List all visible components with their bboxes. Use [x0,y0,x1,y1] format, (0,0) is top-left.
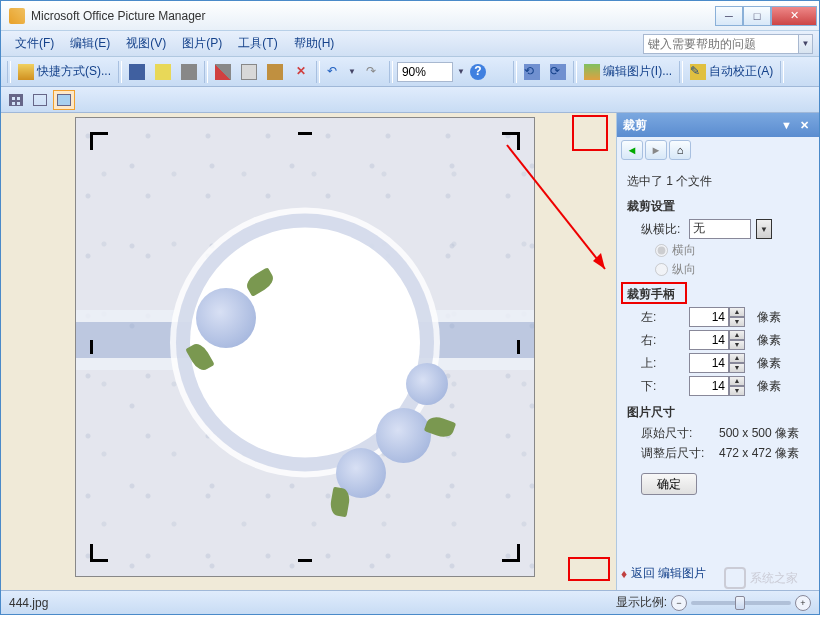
image-preview [75,117,535,577]
zoom-input[interactable] [397,62,453,82]
crop-handle-top-left[interactable] [90,132,108,150]
cut-icon [215,64,231,80]
zoom-in-icon[interactable]: + [795,595,811,611]
left-spin-down[interactable]: ▼ [729,317,745,327]
zoom-out-icon[interactable]: − [671,595,687,611]
help-dropdown-icon[interactable]: ▼ [799,34,813,54]
new-size-value: 472 x 472 像素 [719,445,799,462]
titlebar: Microsoft Office Picture Manager ─ □ ✕ [1,1,819,31]
menu-view[interactable]: 视图(V) [118,32,174,55]
rotate-right-icon: ⟳ [550,64,566,80]
auto-fix-icon: ✎ [690,64,706,80]
bottom-input[interactable] [689,376,729,396]
help-search-input[interactable] [643,34,799,54]
bottom-spin-up[interactable]: ▲ [729,376,745,386]
close-button[interactable]: ✕ [771,6,817,26]
print-button[interactable] [177,61,201,83]
crop-handle-left[interactable] [90,340,93,354]
bottom-label: 下: [641,378,683,395]
single-view-button[interactable] [53,90,75,110]
maximize-button[interactable]: □ [743,6,771,26]
menu-edit[interactable]: 编辑(E) [62,32,118,55]
menu-tools[interactable]: 工具(T) [230,32,285,55]
nav-back-button[interactable]: ◄ [621,140,643,160]
zoom-slider-thumb[interactable] [735,596,745,610]
new-size-label: 调整后尺寸: [641,445,713,462]
left-spin-up[interactable]: ▲ [729,307,745,317]
minimize-button[interactable]: ─ [715,6,743,26]
shortcut-button[interactable]: 快捷方式(S)... [14,61,115,83]
right-label: 右: [641,332,683,349]
back-link[interactable]: ♦ 返回 编辑图片 [617,557,819,590]
rotate-left-icon: ⟲ [524,64,540,80]
aspect-ratio-select[interactable]: 无 [689,219,751,239]
paste-icon [267,64,283,80]
menu-file[interactable]: 文件(F) [7,32,62,55]
app-icon [9,8,25,24]
panel-dropdown-icon[interactable]: ▼ [777,119,796,131]
undo-icon: ↶ [327,64,343,80]
menubar: 文件(F) 编辑(E) 视图(V) 图片(P) 工具(T) 帮助(H) ▼ [1,31,819,57]
menu-picture[interactable]: 图片(P) [174,32,230,55]
copy-button[interactable] [237,61,261,83]
left-label: 左: [641,309,683,326]
nav-home-button[interactable]: ⌂ [669,140,691,160]
right-spin-down[interactable]: ▼ [729,340,745,350]
filmstrip-view-button[interactable] [29,90,51,110]
auto-fix-button[interactable]: ✎自动校正(A) [686,61,777,83]
print-icon [181,64,197,80]
selected-count: 选中了 1 个文件 [627,173,809,190]
crop-handle-bottom[interactable] [298,559,312,562]
delete-icon: ✕ [293,64,309,80]
canvas-area[interactable] [1,113,617,590]
redo-button[interactable]: ↷ [362,61,386,83]
paste-button[interactable] [263,61,287,83]
ok-button[interactable]: 确定 [641,473,697,495]
orig-size-value: 500 x 500 像素 [719,425,799,442]
edit-picture-button[interactable]: 编辑图片(I)... [580,61,676,83]
zoom-dropdown-icon[interactable]: ▼ [457,67,465,76]
crop-handle-right[interactable] [517,340,520,354]
top-spin-up[interactable]: ▲ [729,353,745,363]
rotate-right-button[interactable]: ⟳ [546,61,570,83]
zoom-control: 显示比例: − + [616,594,811,611]
shortcut-icon [18,64,34,80]
zoom-slider[interactable] [691,601,791,605]
crop-handle-top-right[interactable] [502,132,520,150]
annotation-box-bottom [568,557,610,581]
aspect-dropdown-icon[interactable]: ▼ [756,219,772,239]
crop-handles-label: 裁剪手柄 [627,287,675,301]
left-input[interactable] [689,307,729,327]
crop-handle-bottom-left[interactable] [90,544,108,562]
mail-button[interactable] [151,61,175,83]
landscape-radio[interactable]: 横向 [655,242,809,259]
right-input[interactable] [689,330,729,350]
panel-close-icon[interactable]: ✕ [796,119,813,132]
statusbar: 444.jpg 显示比例: − + [1,590,819,614]
filmstrip-view-icon [33,94,47,106]
save-button[interactable] [125,61,149,83]
crop-handle-bottom-right[interactable] [502,544,520,562]
nav-forward-button[interactable]: ► [645,140,667,160]
help-button[interactable]: ? [466,61,490,83]
main-area: 裁剪 ▼ ✕ ◄ ► ⌂ 选中了 1 个文件 裁剪设置 纵横比: 无 ▼ 横向 … [1,113,819,590]
svg-marker-1 [593,253,605,269]
crop-handle-top[interactable] [298,132,312,135]
rotate-left-button[interactable]: ⟲ [520,61,544,83]
cut-button[interactable] [211,61,235,83]
save-icon [129,64,145,80]
undo-button[interactable]: ↶▼ [323,61,360,83]
toolbar-main: 快捷方式(S)... ✕ ↶▼ ↷ ▼ ? ⟲ ⟳ 编辑图片(I)... ✎自动… [1,57,819,87]
right-spin-up[interactable]: ▲ [729,330,745,340]
edit-picture-icon [584,64,600,80]
image-size-label: 图片尺寸 [627,404,809,421]
menu-help[interactable]: 帮助(H) [286,32,343,55]
delete-button[interactable]: ✕ [289,61,313,83]
view-toolbar [1,87,819,113]
bottom-spin-down[interactable]: ▼ [729,386,745,396]
thumbnail-view-button[interactable] [5,90,27,110]
thumbnail-view-icon [9,94,23,106]
top-spin-down[interactable]: ▼ [729,363,745,373]
top-input[interactable] [689,353,729,373]
portrait-radio[interactable]: 纵向 [655,261,809,278]
